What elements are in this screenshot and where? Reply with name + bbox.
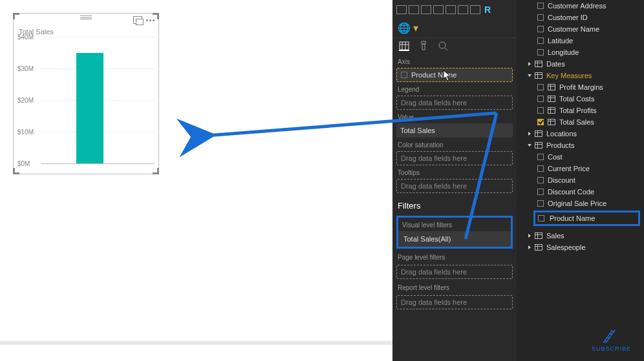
svg-rect-5 bbox=[422, 44, 425, 50]
field-original-sale-price[interactable]: Original Sale Price bbox=[517, 198, 644, 209]
subscribe-label: SUBSCRIBE bbox=[592, 346, 631, 352]
table-locations[interactable]: Locations bbox=[517, 128, 644, 139]
expand-icon bbox=[528, 234, 531, 238]
field-total-profits[interactable]: Total Profits bbox=[517, 105, 644, 116]
viz-type-icon[interactable] bbox=[445, 5, 456, 14]
bar[interactable] bbox=[76, 53, 103, 164]
field-customer-name[interactable]: Customer Name bbox=[517, 23, 644, 35]
checkbox-icon bbox=[401, 72, 407, 78]
field-discount-code[interactable]: Discount Code bbox=[517, 186, 644, 198]
viz-type-icon[interactable] bbox=[458, 5, 468, 14]
format-tabs bbox=[392, 37, 517, 56]
field-total-sales[interactable]: Total Sales bbox=[517, 116, 644, 128]
field-latitude[interactable]: Latitude bbox=[517, 35, 644, 46]
visual-filters-label: Visual level filters bbox=[398, 218, 511, 231]
r-visual-icon[interactable]: R bbox=[482, 5, 493, 14]
expand-icon bbox=[528, 245, 531, 249]
y-tick: $0M bbox=[17, 160, 30, 167]
value-well-label: Value bbox=[392, 111, 517, 122]
svg-point-6 bbox=[439, 42, 445, 48]
dna-icon bbox=[601, 329, 621, 344]
table-key-measures[interactable]: Key Measures bbox=[517, 70, 644, 81]
color-well[interactable]: Drag data fields here bbox=[396, 151, 513, 165]
viz-gallery: R bbox=[392, 0, 517, 19]
expand-icon bbox=[528, 62, 531, 66]
drag-grip-icon[interactable] bbox=[80, 15, 92, 19]
plot-area bbox=[41, 37, 155, 163]
checkbox-icon bbox=[538, 215, 544, 222]
report-canvas[interactable]: Total Sales $40M $30M $20M $10M $0M bbox=[0, 0, 392, 361]
field-product-name-highlight[interactable]: Product Name bbox=[533, 211, 640, 226]
svg-rect-0 bbox=[400, 42, 409, 50]
chart-body: $40M $30M $20M $10M $0M bbox=[17, 37, 155, 172]
legend-well[interactable]: Drag data fields here bbox=[396, 96, 513, 110]
measure-icon bbox=[548, 119, 555, 125]
chart-title: Total Sales bbox=[14, 26, 158, 37]
expand-icon bbox=[528, 132, 531, 136]
table-products[interactable]: Products bbox=[517, 139, 644, 151]
field-current-price[interactable]: Current Price bbox=[517, 163, 644, 174]
axis-well[interactable]: Product Name bbox=[396, 68, 513, 82]
analytics-tab-icon[interactable] bbox=[438, 41, 448, 51]
tooltips-well-label: Tooltips bbox=[392, 167, 517, 178]
field-product-name-label: Product Name bbox=[550, 214, 595, 222]
viz-type-icon[interactable] bbox=[433, 5, 444, 14]
tooltips-well[interactable]: Drag data fields here bbox=[396, 179, 513, 193]
viz-type-icon[interactable] bbox=[470, 5, 480, 14]
canvas-footer bbox=[0, 341, 392, 345]
field-customer-id[interactable]: Customer ID bbox=[517, 12, 644, 23]
svg-line-7 bbox=[445, 48, 447, 50]
y-tick: $40M bbox=[17, 34, 34, 41]
axis-well-label: Axis bbox=[392, 56, 517, 67]
axis-chip[interactable]: Product Name bbox=[401, 71, 456, 79]
table-icon bbox=[535, 130, 542, 137]
expand-icon bbox=[528, 144, 531, 147]
y-tick: $30M bbox=[17, 65, 34, 72]
y-tick: $20M bbox=[17, 97, 34, 104]
value-well[interactable]: Total Sales bbox=[396, 123, 513, 138]
table-salespeople[interactable]: Salespeople bbox=[517, 242, 644, 253]
expand-icon bbox=[528, 74, 531, 77]
report-filters-label: Report level filters bbox=[392, 280, 517, 294]
fields-tab-icon[interactable] bbox=[399, 41, 409, 51]
table-icon bbox=[535, 232, 542, 239]
report-filters-well[interactable]: Drag data fields here bbox=[396, 295, 513, 309]
legend-well-label: Legend bbox=[392, 83, 517, 94]
focus-mode-icon[interactable] bbox=[133, 16, 142, 24]
checkbox-checked-icon bbox=[537, 119, 544, 125]
field-discount[interactable]: Discount bbox=[517, 174, 644, 186]
field-longitude[interactable]: Longitude bbox=[517, 46, 644, 58]
page-filters-well[interactable]: Drag data fields here bbox=[396, 265, 513, 279]
field-cost[interactable]: Cost bbox=[517, 151, 644, 163]
globe-icon[interactable]: 🌐 ▾ bbox=[392, 19, 517, 37]
visual-filter-item[interactable]: Total Sales(All) bbox=[398, 231, 511, 247]
measure-icon bbox=[548, 96, 555, 102]
svg-rect-4 bbox=[422, 41, 425, 44]
measure-icon bbox=[548, 84, 555, 90]
field-profit-margins[interactable]: Profit Margins bbox=[517, 81, 644, 93]
field-customer-address[interactable]: Customer Address bbox=[517, 0, 644, 12]
visual-header bbox=[14, 14, 158, 26]
color-well-label: Color saturation bbox=[392, 139, 517, 150]
visualizations-pane: R 🌐 ▾ Axis Product Name Legend Drag data… bbox=[392, 0, 517, 361]
visual-filters-box: Visual level filters Total Sales(All) bbox=[396, 216, 513, 249]
field-total-costs[interactable]: Total Costs bbox=[517, 93, 644, 105]
chart-visual[interactable]: Total Sales $40M $30M $20M $10M $0M bbox=[13, 13, 159, 174]
y-axis: $40M $30M $20M $10M $0M bbox=[17, 37, 39, 163]
table-icon bbox=[535, 61, 542, 67]
table-icon bbox=[535, 244, 542, 251]
filters-header: Filters bbox=[392, 194, 517, 214]
viz-type-icon[interactable] bbox=[396, 5, 407, 14]
fields-pane: Customer Address Customer ID Customer Na… bbox=[517, 0, 644, 361]
axis-chip-label: Product Name bbox=[411, 71, 456, 79]
resize-handle-tr[interactable] bbox=[153, 13, 159, 19]
subscribe-badge[interactable]: SUBSCRIBE bbox=[592, 329, 631, 352]
format-tab-icon[interactable] bbox=[418, 41, 429, 51]
table-dates[interactable]: Dates bbox=[517, 58, 644, 70]
resize-handle-tl[interactable] bbox=[13, 13, 19, 19]
y-tick: $10M bbox=[17, 129, 34, 136]
viz-type-icon[interactable] bbox=[421, 5, 431, 14]
table-icon bbox=[535, 142, 542, 149]
viz-type-icon[interactable] bbox=[409, 5, 419, 14]
table-sales[interactable]: Sales bbox=[517, 230, 644, 242]
